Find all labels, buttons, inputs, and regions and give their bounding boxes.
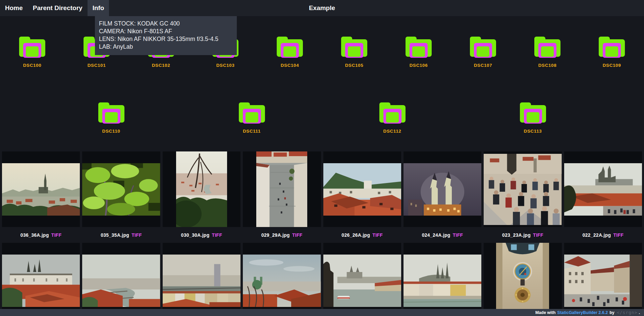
- photo-tile[interactable]: [243, 151, 321, 227]
- folder-icon: [276, 36, 304, 58]
- photo-thumbnail: [564, 255, 642, 307]
- photo-tile[interactable]: [404, 243, 481, 316]
- folder-item-dsc111[interactable]: DSC111: [227, 102, 277, 134]
- photo-filename: 036_36A.jpg: [20, 232, 49, 238]
- footer-made-with-text: Made with: [535, 310, 555, 315]
- top-nav: Home Parent Directory Info Example: [0, 0, 644, 16]
- photo-tile[interactable]: [404, 151, 481, 227]
- photo-thumbnail: [496, 243, 549, 316]
- folder-icon: [340, 36, 368, 58]
- info-line-camera: CAMERA: Nikon F-801S AF: [99, 28, 233, 35]
- photo-cell: 036_36A.jpg TIFF: [2, 151, 80, 243]
- photo-tile[interactable]: [484, 151, 561, 227]
- folder-icon: [519, 102, 547, 124]
- folder-item-dsc105[interactable]: DSC105: [329, 36, 379, 68]
- photo-caption: 029_29A.jpg TIFF: [243, 227, 321, 243]
- folder-label: DSC103: [216, 63, 235, 68]
- folder-icon: [534, 36, 561, 58]
- photo-cell: 024_24A.jpg TIFF: [404, 151, 481, 243]
- folder-label: DSC110: [102, 129, 120, 134]
- footer-bar: Made with StaticGalleryBuilder 2.6.2 by …: [0, 309, 644, 316]
- photo-tile[interactable]: [564, 243, 642, 316]
- photo-tile[interactable]: [323, 151, 401, 227]
- folder-icon: [405, 36, 432, 58]
- footer-suffix: .: [639, 310, 640, 315]
- folder-label: DSC106: [410, 63, 428, 68]
- photo-tile[interactable]: [243, 243, 321, 316]
- photo-cell: [2, 243, 80, 316]
- photo-grid-row-2: [0, 243, 644, 316]
- photo-grid-row-1: 036_36A.jpg TIFF 035_35A.jpg TIFF: [0, 151, 644, 243]
- photo-tile[interactable]: [82, 243, 160, 316]
- photo-tile[interactable]: [82, 151, 160, 227]
- photo-cell: 023_23A.jpg TIFF: [484, 151, 561, 243]
- folder-item-dsc110[interactable]: DSC110: [86, 102, 137, 134]
- photo-cell: [323, 243, 401, 316]
- photo-cell: [82, 243, 160, 316]
- builder-link[interactable]: StaticGalleryBuilder 2.6.2: [557, 310, 608, 315]
- photo-thumbnail: [2, 255, 80, 307]
- photo-caption: 036_36A.jpg TIFF: [2, 227, 80, 243]
- photo-tile[interactable]: [564, 151, 642, 227]
- photo-022-22A-thumbnail: [564, 163, 642, 216]
- photo-caption: 035_35A.jpg TIFF: [82, 227, 160, 243]
- folder-item-dsc106[interactable]: DSC106: [393, 36, 444, 68]
- folder-label: DSC109: [603, 63, 621, 68]
- folder-item-dsc112[interactable]: DSC112: [367, 102, 418, 134]
- folder-label: DSC111: [243, 129, 261, 134]
- nav-item-info[interactable]: Info: [88, 0, 109, 16]
- info-line-lens: LENS: Nikon AF NIKKOR 35-135mm f/3.5-4.5: [99, 35, 233, 43]
- folder-label: DSC101: [88, 63, 106, 68]
- folder-icon: [598, 36, 626, 58]
- photo-cell: [163, 243, 240, 316]
- photo-caption: 024_24A.jpg TIFF: [404, 227, 481, 243]
- photo-035-35A-thumbnail: [82, 163, 160, 216]
- photo-tile[interactable]: [163, 243, 240, 316]
- photo-caption: 022_22A.jpg TIFF: [564, 227, 642, 243]
- folder-label: DSC112: [383, 129, 401, 134]
- photo-thumbnail: [82, 255, 160, 307]
- folder-item-dsc104[interactable]: DSC104: [265, 36, 315, 68]
- nav-item-home[interactable]: Home: [0, 0, 28, 16]
- folder-item-dsc107[interactable]: DSC107: [458, 36, 508, 68]
- info-line-lab: LAB: AnyLab: [99, 43, 233, 51]
- photo-caption: 023_23A.jpg TIFF: [484, 227, 561, 243]
- folder-item-dsc109[interactable]: DSC109: [587, 36, 637, 68]
- photo-cell: [564, 243, 642, 316]
- photo-thumbnail: [323, 255, 401, 307]
- folder-label: DSC102: [152, 63, 170, 68]
- photo-format-badge: TIFF: [212, 232, 222, 238]
- folder-label: DSC107: [474, 63, 492, 68]
- photo-filename: 035_35A.jpg: [101, 232, 129, 238]
- folder-item-dsc108[interactable]: DSC108: [522, 36, 573, 68]
- photo-tile[interactable]: [2, 151, 80, 227]
- photo-cell: [404, 243, 481, 316]
- photo-thumbnail: [163, 255, 240, 307]
- footer-by-text: by: [609, 310, 614, 315]
- photo-filename: 026_26A.jpg: [341, 232, 370, 238]
- photo-format-badge: TIFF: [372, 232, 383, 238]
- photo-tile[interactable]: [2, 243, 80, 316]
- photo-cell: 026_26A.jpg TIFF: [323, 151, 401, 243]
- folder-label: DSC113: [524, 129, 542, 134]
- srgn-logo[interactable]: </srgn>: [617, 310, 638, 315]
- info-line-film-stock: FILM STOCK: KODAK GC 400: [99, 20, 233, 28]
- photo-024-24A-thumbnail: [404, 163, 481, 216]
- folder-item-dsc113[interactable]: DSC113: [508, 102, 558, 134]
- photo-filename: 029_29A.jpg: [261, 232, 290, 238]
- photo-format-badge: TIFF: [51, 232, 62, 238]
- folder-label: DSC105: [345, 63, 364, 68]
- info-dropdown-panel: FILM STOCK: KODAK GC 400 CAMERA: Nikon F…: [95, 16, 237, 55]
- photo-filename: 030_30A.jpg: [181, 232, 210, 238]
- photo-tile[interactable]: [484, 243, 561, 316]
- photo-caption: 026_26A.jpg TIFF: [323, 227, 401, 243]
- photo-026-26A-thumbnail: [323, 163, 401, 216]
- photo-format-badge: TIFF: [613, 232, 624, 238]
- photo-tile[interactable]: [163, 151, 240, 227]
- folder-icon: [238, 102, 266, 124]
- photo-tile[interactable]: [323, 243, 401, 316]
- folder-item-dsc100[interactable]: DSC100: [7, 36, 57, 68]
- photo-cell: 022_22A.jpg TIFF: [564, 151, 642, 243]
- nav-item-parent-directory[interactable]: Parent Directory: [28, 0, 88, 16]
- photo-029-29A-thumbnail: [256, 151, 307, 227]
